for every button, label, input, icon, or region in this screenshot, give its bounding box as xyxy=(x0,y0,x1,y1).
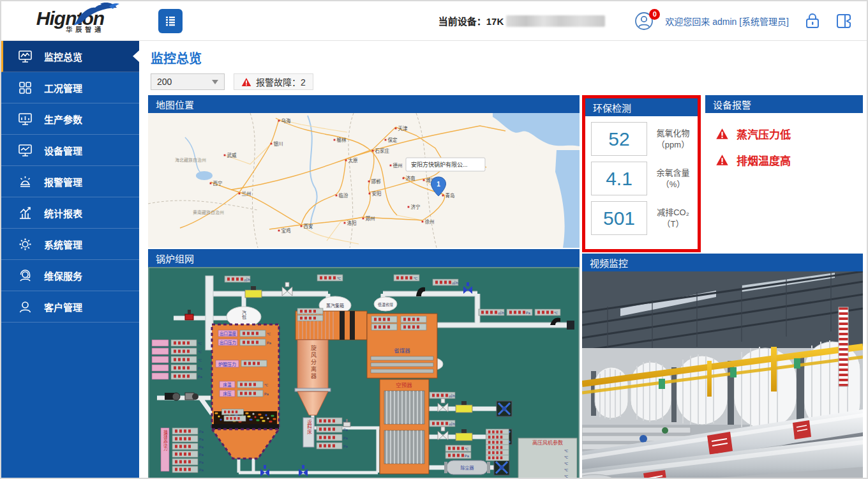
dust-collector: 除尘器 xyxy=(444,460,490,475)
current-device-label: 当前设备：17K xyxy=(438,14,504,27)
chevron-down-icon xyxy=(212,80,218,84)
map-city-label: 兰州 xyxy=(241,190,251,197)
svg-text:省煤器: 省煤器 xyxy=(394,347,410,354)
map-city-dot xyxy=(278,230,280,232)
svg-text:Pa: Pa xyxy=(526,311,531,315)
map-city-label: 榆林 xyxy=(336,137,346,143)
left-instrument-stack: ℃ ℃ ℃ Pa Pa xyxy=(152,340,203,379)
coal-dot xyxy=(270,420,272,422)
sidebar-item-monitor-overview[interactable]: 监控总览 xyxy=(1,41,139,72)
coal-dot xyxy=(252,413,254,414)
notification-user-button[interactable]: 0 xyxy=(634,11,656,31)
sidebar-item-label: 维保服务 xyxy=(44,269,82,282)
warning-triangle-icon xyxy=(241,77,251,87)
svg-text:Pa: Pa xyxy=(198,375,203,379)
svg-text:℃: ℃ xyxy=(198,342,202,346)
stats-chart-icon xyxy=(18,206,33,220)
redacted-device-id xyxy=(506,15,605,27)
coal-dot xyxy=(254,416,256,418)
map-city-label: 临汾 xyxy=(338,192,348,199)
map-city-dot xyxy=(345,160,347,162)
warning-triangle-icon xyxy=(715,128,729,140)
video-feed[interactable] xyxy=(582,271,863,478)
alarm-item-steam-pressure-low: 蒸汽压力低 xyxy=(715,126,863,142)
device-alarm-panel: 设备报警 蒸汽压力低 xyxy=(705,95,863,243)
sidebar-item-system-management[interactable]: 系统管理 xyxy=(1,229,139,260)
map-city-dot xyxy=(210,183,212,185)
map-city-dot xyxy=(301,225,303,227)
coal-dot xyxy=(272,414,274,416)
map-city-dot xyxy=(395,128,397,130)
sidebar-item-label: 生产参数 xyxy=(44,112,82,126)
map-city-dot xyxy=(271,143,273,145)
welcome-text: 欢迎您回来 admin [系统管理员] xyxy=(665,15,789,27)
map-city-dot xyxy=(372,150,374,152)
lock-screen-button[interactable] xyxy=(804,12,821,30)
sidebar-item-statistics-report[interactable]: 统计报表 xyxy=(1,197,139,229)
svg-text:Pa: Pa xyxy=(267,341,272,345)
svg-text:℃: ℃ xyxy=(267,332,271,336)
svg-text:℃: ℃ xyxy=(465,447,468,451)
svg-text:Pa: Pa xyxy=(199,430,204,434)
map-city-dot xyxy=(423,179,425,181)
map-city-label: 保定 xyxy=(387,137,397,143)
env-label: 氮氧化物（ppm） xyxy=(653,128,693,150)
map-city-label: 徐州 xyxy=(424,218,434,225)
air-preheater: 空预器 xyxy=(380,379,429,474)
sidebar-item-customer-management[interactable]: 客户管理 xyxy=(1,291,139,323)
map-city-dot xyxy=(224,155,226,156)
svg-text:炉膛压力: 炉膛压力 xyxy=(218,361,236,367)
map-city-dot xyxy=(403,178,405,179)
env-metric-co2: 501 减排CO₂（T） xyxy=(591,201,693,235)
env-label: 减排CO₂（T） xyxy=(653,207,693,229)
coal-dot xyxy=(274,418,276,420)
map-city-label: 石家庄 xyxy=(375,148,389,154)
coal-dot xyxy=(250,418,252,420)
map-city-dot xyxy=(422,221,424,223)
map-city-dot xyxy=(278,120,280,122)
page-title: 监控总览 xyxy=(151,49,861,67)
boiler-panel-header: 锅炉组网 xyxy=(148,249,580,267)
steam-header-label: 蒸汽集箱 xyxy=(326,303,344,308)
sidebar-item-production-params[interactable]: 生产参数 xyxy=(1,103,139,135)
sidebar-item-alarm-management[interactable]: 报警管理 xyxy=(1,166,139,197)
map-city-dot xyxy=(442,195,444,197)
alarm-summary-badge[interactable]: 报警故障：2 xyxy=(234,73,313,90)
alarm-beacon-icon xyxy=(18,174,33,189)
coal-dot xyxy=(263,420,265,422)
drum-label: 汽包 xyxy=(242,310,247,319)
econ-cloud-label: 低温省煤 xyxy=(378,302,393,307)
svg-text:㎥/h: ㎥/h xyxy=(452,280,458,285)
headset-icon xyxy=(18,268,33,283)
svg-text:Pa: Pa xyxy=(343,436,348,440)
sidebar-toggle-button[interactable] xyxy=(158,9,183,33)
svg-text:Pa: Pa xyxy=(198,367,203,370)
monitor-line-icon xyxy=(18,143,33,158)
list-menu-icon xyxy=(164,15,177,27)
sidebar-item-maintenance-service[interactable]: 维保服务 xyxy=(1,260,139,291)
grid-icon xyxy=(18,80,33,95)
svg-text:Pa: Pa xyxy=(343,445,348,448)
map-city-label: 宝鸡 xyxy=(281,227,290,234)
boiler-diagram[interactable]: ㎥/h ℃ ℃ ㎥/h ㎥/h Pa ℃ xyxy=(148,267,580,478)
svg-text:℃: ℃ xyxy=(564,455,568,459)
coal-dot xyxy=(216,412,218,414)
device-select[interactable]: 200 xyxy=(151,73,225,90)
svg-text:Pa: Pa xyxy=(199,445,204,449)
logout-button[interactable] xyxy=(835,12,853,30)
svg-text:Pa: Pa xyxy=(264,392,269,396)
svg-text:Pa: Pa xyxy=(199,460,204,464)
svg-text:出口温度: 出口温度 xyxy=(220,331,237,337)
map-city-label: 安阳 xyxy=(371,190,381,197)
map-view[interactable]: 海北藏族自治州 黄南藏族自治州 乌海银川武威西宁兰州榆林太原石家庄天津保定德州济… xyxy=(148,113,580,248)
alarm-panel-header: 设备报警 xyxy=(705,95,863,113)
map-city-dot xyxy=(408,206,410,208)
video-panel-header: 视频监控 xyxy=(582,254,863,271)
sidebar-item-label: 监控总览 xyxy=(44,50,82,63)
alarm-item-flue-temp-high: 排烟温度高 xyxy=(715,152,863,168)
sidebar-item-condition-management[interactable]: 工况管理 xyxy=(1,72,139,103)
map-city-label: 郑州 xyxy=(365,215,375,222)
sidebar-item-device-management[interactable]: 设备管理 xyxy=(1,135,139,166)
svg-text:高压风机参数: 高压风机参数 xyxy=(532,439,563,446)
main-content: 监控总览 200 报警故障：2 地图位置 xyxy=(139,41,867,478)
